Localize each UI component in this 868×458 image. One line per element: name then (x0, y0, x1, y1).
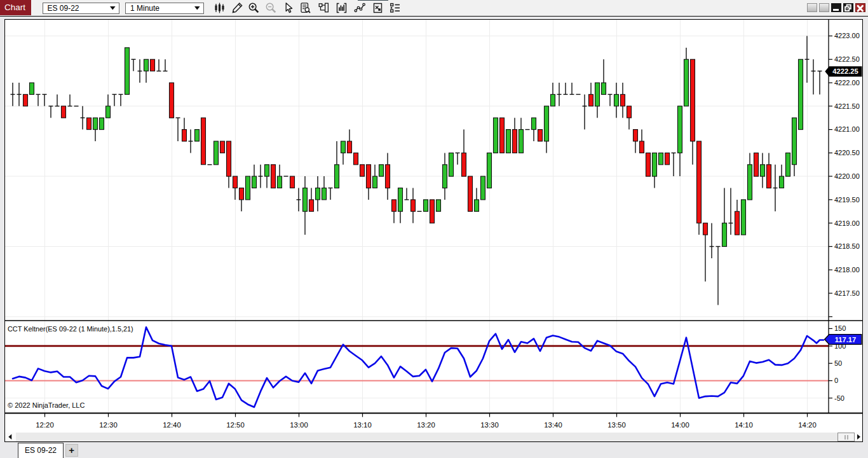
svg-text:50: 50 (834, 359, 842, 367)
svg-text:14:20: 14:20 (798, 421, 817, 429)
svg-text:4219.00: 4219.00 (834, 219, 860, 227)
svg-text:13:40: 13:40 (544, 421, 562, 429)
svg-text:4218.50: 4218.50 (834, 242, 860, 250)
svg-text:13:10: 13:10 (353, 421, 372, 429)
svg-text:4223.00: 4223.00 (834, 32, 860, 39)
svg-text:12:20: 12:20 (36, 421, 54, 429)
svg-text:4222.00: 4222.00 (834, 79, 860, 87)
svg-text:4222.50: 4222.50 (834, 55, 860, 63)
svg-text:117.17: 117.17 (835, 336, 857, 344)
svg-text:4221.50: 4221.50 (834, 102, 860, 110)
svg-text:14:10: 14:10 (735, 421, 753, 429)
svg-text:© 2022 NinjaTrader, LLC: © 2022 NinjaTrader, LLC (8, 401, 85, 409)
svg-text:12:30: 12:30 (99, 421, 118, 429)
svg-text:-50: -50 (834, 394, 844, 402)
svg-text:4219.50: 4219.50 (834, 196, 860, 204)
svg-text:4221.00: 4221.00 (834, 125, 860, 133)
svg-text:150: 150 (834, 324, 846, 332)
svg-text:4217.50: 4217.50 (834, 289, 860, 297)
svg-text:13:00: 13:00 (290, 421, 308, 429)
svg-text:13:30: 13:30 (480, 421, 499, 429)
svg-text:14:00: 14:00 (671, 421, 689, 429)
svg-text:4218.00: 4218.00 (834, 266, 860, 274)
svg-text:CCT Keltner(ES 09-22 (1 Minute: CCT Keltner(ES 09-22 (1 Minute),1.5,21) (8, 325, 133, 333)
svg-text:4220.50: 4220.50 (834, 149, 860, 156)
svg-text:13:20: 13:20 (417, 421, 435, 429)
svg-text:12:40: 12:40 (163, 421, 181, 429)
svg-text:13:50: 13:50 (607, 421, 626, 429)
svg-text:4220.00: 4220.00 (834, 172, 860, 180)
svg-text:4222.25: 4222.25 (832, 67, 858, 75)
svg-text:12:50: 12:50 (226, 421, 245, 429)
svg-text:0: 0 (834, 377, 838, 384)
